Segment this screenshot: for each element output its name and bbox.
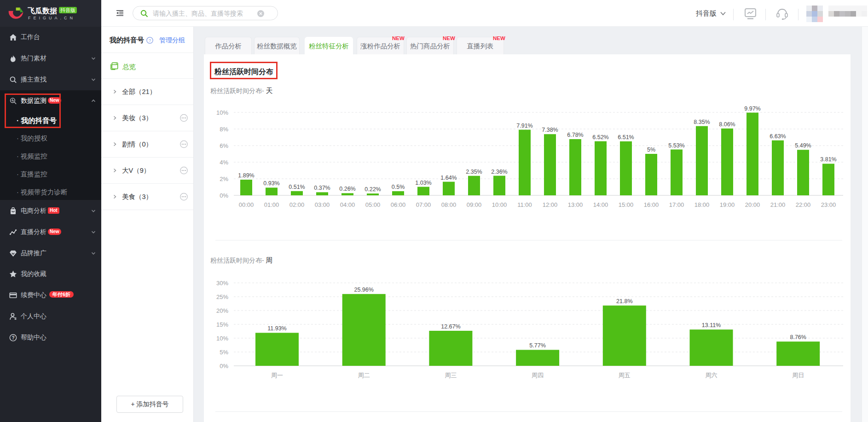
- svg-text:5%: 5%: [220, 349, 228, 356]
- svg-text:15:00: 15:00: [619, 201, 634, 208]
- svg-text:周三: 周三: [445, 372, 457, 379]
- svg-text:5%: 5%: [647, 147, 655, 153]
- svg-text:1.64%: 1.64%: [440, 175, 457, 181]
- svg-text:13.11%: 13.11%: [702, 322, 721, 328]
- svg-text:14:00: 14:00: [593, 201, 608, 208]
- svg-text:9.97%: 9.97%: [744, 106, 760, 112]
- svg-text:0.5%: 0.5%: [392, 184, 405, 190]
- svg-text:17:00: 17:00: [669, 201, 684, 208]
- svg-text:20:00: 20:00: [745, 201, 760, 208]
- svg-text:30%: 30%: [216, 280, 228, 287]
- svg-text:0.26%: 0.26%: [339, 186, 355, 192]
- svg-text:3.81%: 3.81%: [820, 156, 836, 163]
- svg-text:4%: 4%: [220, 159, 228, 166]
- svg-text:5.53%: 5.53%: [668, 142, 684, 149]
- svg-text:6.63%: 6.63%: [770, 133, 786, 140]
- svg-text:10%: 10%: [216, 109, 228, 116]
- svg-text:03:00: 03:00: [315, 201, 330, 208]
- svg-text:11.93%: 11.93%: [267, 325, 286, 332]
- svg-text:25.96%: 25.96%: [354, 287, 373, 293]
- svg-text:19:00: 19:00: [720, 201, 735, 208]
- svg-text:周四: 周四: [532, 372, 544, 379]
- svg-text:04:00: 04:00: [340, 201, 355, 208]
- svg-text:周二: 周二: [358, 372, 370, 379]
- svg-text:06:00: 06:00: [391, 201, 406, 208]
- svg-text:1.03%: 1.03%: [415, 180, 431, 186]
- svg-text:周日: 周日: [792, 372, 804, 379]
- svg-text:6.51%: 6.51%: [618, 134, 634, 141]
- svg-text:05:00: 05:00: [365, 201, 381, 208]
- svg-text:5.77%: 5.77%: [529, 342, 545, 349]
- svg-text:00:00: 00:00: [239, 201, 254, 208]
- svg-text:18:00: 18:00: [694, 201, 710, 208]
- svg-text:0.22%: 0.22%: [365, 186, 381, 193]
- svg-text:6%: 6%: [220, 142, 228, 149]
- svg-text:周一: 周一: [271, 372, 283, 379]
- svg-text:09:00: 09:00: [467, 201, 482, 208]
- svg-text:12:00: 12:00: [543, 201, 558, 208]
- svg-text:7.38%: 7.38%: [542, 127, 558, 133]
- svg-text:8.06%: 8.06%: [719, 121, 735, 128]
- svg-text:10:00: 10:00: [492, 201, 507, 208]
- svg-text:07:00: 07:00: [416, 201, 431, 208]
- svg-text:2%: 2%: [220, 176, 228, 182]
- svg-text:8.35%: 8.35%: [694, 119, 710, 125]
- svg-text:16:00: 16:00: [644, 201, 659, 208]
- svg-text:11:00: 11:00: [517, 201, 532, 208]
- svg-text:6.52%: 6.52%: [592, 134, 608, 141]
- svg-text:10%: 10%: [216, 335, 228, 342]
- svg-text:周五: 周五: [619, 372, 631, 379]
- svg-text:6.78%: 6.78%: [567, 132, 583, 138]
- svg-text:15%: 15%: [216, 321, 228, 328]
- svg-text:5.49%: 5.49%: [795, 142, 811, 149]
- svg-text:12.67%: 12.67%: [441, 323, 460, 330]
- svg-text:0.93%: 0.93%: [263, 180, 279, 187]
- svg-text:0.37%: 0.37%: [314, 185, 330, 191]
- svg-text:2.36%: 2.36%: [491, 169, 507, 175]
- svg-text:2.35%: 2.35%: [466, 169, 482, 175]
- svg-text:0%: 0%: [220, 363, 228, 369]
- svg-text:周六: 周六: [706, 372, 718, 379]
- svg-text:0%: 0%: [220, 192, 228, 199]
- svg-text:25%: 25%: [216, 293, 228, 300]
- svg-text:0.51%: 0.51%: [289, 184, 305, 190]
- svg-text:20%: 20%: [216, 307, 228, 314]
- svg-text:08:00: 08:00: [441, 201, 457, 208]
- svg-text:02:00: 02:00: [289, 201, 305, 208]
- svg-text:22:00: 22:00: [796, 201, 811, 208]
- svg-text:23:00: 23:00: [821, 201, 836, 208]
- svg-text:1.89%: 1.89%: [238, 172, 254, 179]
- svg-text:01:00: 01:00: [264, 201, 279, 208]
- svg-text:21:00: 21:00: [770, 201, 786, 208]
- svg-text:8.76%: 8.76%: [790, 334, 806, 340]
- svg-text:7.91%: 7.91%: [516, 123, 532, 129]
- svg-text:21.8%: 21.8%: [616, 298, 632, 305]
- svg-text:13:00: 13:00: [568, 201, 583, 208]
- svg-text:8%: 8%: [220, 126, 228, 133]
